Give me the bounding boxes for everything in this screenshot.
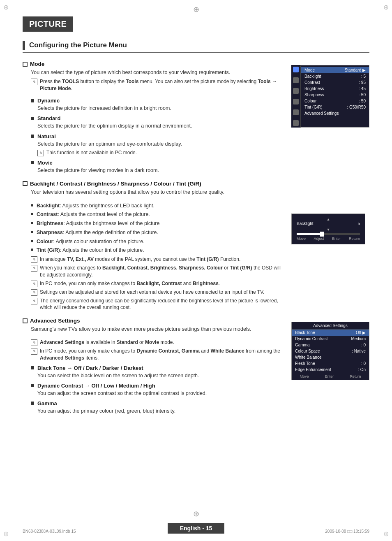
- bullet-brightness: Brightness: Adjusts the brightness level…: [31, 220, 283, 228]
- bullet-text-tint: Tint (G/R): Adjusts the colour tint of t…: [37, 246, 144, 254]
- standard-heading: Standard: [37, 115, 60, 121]
- bullet-dot-sharpness: [31, 231, 33, 233]
- note-icon-adv-avail: ✎: [31, 339, 37, 346]
- note-icon-tint-pal: ✎: [31, 256, 37, 263]
- mode-main: Mode You can select the type of picture …: [23, 61, 283, 177]
- note-icon-natural: ✎: [37, 150, 44, 156]
- adv-nav-return: Return: [350, 374, 361, 378]
- tv-menu-contrast: Contrast : 95: [301, 79, 369, 86]
- note-pc-mode: ✎ In PC mode, you can only make changes …: [31, 280, 283, 287]
- tv-menu-colour-label: Colour: [304, 99, 316, 103]
- adv-row-edge: Edge Enhancement : On: [292, 367, 369, 373]
- backlight-slider-track[interactable]: [297, 233, 360, 235]
- tv-menu-brightness-label: Brightness: [304, 86, 324, 91]
- adv-colour-space-label: Colour Space: [295, 349, 320, 353]
- bullet-colour: Colour: Adjusts colour saturation of the…: [31, 238, 283, 246]
- crosshair-bottom: ⊕: [193, 509, 199, 518]
- tv-menu-colour-val: : 50: [359, 99, 366, 103]
- tv-icon-5: [293, 109, 299, 115]
- standard-desc: Selects the picture for the optimum disp…: [37, 122, 283, 130]
- backlight-widget: ▲ Backlight 5 ▼ Move Adjust Enter Return: [291, 214, 369, 244]
- bullet-dot-backlight: [31, 204, 33, 207]
- note-osd-adjust: ✎ When you make changes to Backlight, Co…: [31, 265, 283, 279]
- note-icon-adv-pc: ✎: [31, 348, 37, 355]
- bullet-dot-contrast: [31, 213, 33, 215]
- tv-menu-sharpness: Sharpness : 50: [301, 92, 369, 98]
- backlight-widget-value: 5: [357, 221, 360, 226]
- backlight-slider-thumb: [320, 232, 324, 237]
- advanced-section: Advanced Settings Samsung's new TVs allo…: [23, 318, 369, 418]
- dynamic-heading-row: Dynamic: [31, 98, 283, 104]
- black-tone-heading: Black Tone → Off / Dark / Darker / Darke…: [37, 365, 143, 371]
- note-text-osd: When you make changes to Backlight, Cont…: [40, 265, 283, 279]
- adv-row-dynamic-contrast: Dynamic Contrast Medium: [292, 336, 369, 342]
- note-icon-pc: ✎: [31, 281, 37, 287]
- movie-desc: Selects the picture for viewing movies i…: [37, 167, 283, 174]
- adv-settings-widget: Advanced Settings Black Tone Off ▶ Dynam…: [291, 322, 369, 380]
- adv-edge-val: : On: [358, 367, 366, 372]
- nav-adjust: Adjust: [314, 237, 324, 241]
- movie-heading-row: Movie: [31, 160, 283, 166]
- backlight-checkbox-icon: [23, 181, 28, 186]
- dynamic-sub: Dynamic Selects the picture for increase…: [31, 98, 283, 112]
- tv-menu-backlight: Backlight : 5: [301, 73, 369, 79]
- gamma-sub: Gamma You can adjust the primary colour …: [31, 400, 283, 415]
- backlight-section: Backlight / Contrast / Brightness / Shar…: [23, 181, 369, 311]
- natural-heading-row: Natural: [31, 133, 283, 139]
- footer-file-left: BN68-02388A-03L09.indb 15: [23, 529, 76, 534]
- footer-text: English - 15: [168, 523, 225, 534]
- nav-return: Return: [349, 237, 360, 241]
- mode-heading-row: Mode: [23, 61, 283, 67]
- backlight-bullet-list: Backlight: Adjusts the brightness of LED…: [31, 202, 283, 255]
- dynamic-heading: Dynamic: [37, 98, 60, 104]
- adv-settings-box: Advanced Settings Black Tone Off ▶ Dynam…: [291, 322, 369, 380]
- backlight-widget-label: Backlight: [297, 221, 314, 226]
- note-text-pc: In PC mode, you can only make changes to…: [40, 280, 220, 287]
- adv-white-balance-label: White Balance: [295, 355, 321, 360]
- backlight-slider-fill: [297, 233, 322, 235]
- tv-icon-4: [293, 99, 299, 104]
- backlight-widget-row: Backlight 5: [297, 221, 360, 226]
- adv-flesh-tone-label: Flesh Tone: [295, 361, 315, 366]
- note-text-adv-avail: Advanced Settings is available in Standa…: [40, 339, 174, 346]
- natural-heading: Natural: [37, 133, 56, 139]
- adv-dynamic-contrast-val: Medium: [351, 337, 366, 341]
- corner-tr: ⊕: [383, 3, 389, 11]
- black-tone-bullet: [31, 366, 34, 369]
- tv-icon-3: [293, 88, 299, 94]
- backlight-heading: Backlight / Contrast / Brightness / Shar…: [30, 181, 201, 187]
- note-icon-osd: ✎: [31, 265, 37, 272]
- movie-bullet: [31, 161, 34, 164]
- adv-nav-enter: Enter: [325, 374, 334, 378]
- tv-menu-mode-value: Standard ▶: [345, 68, 366, 72]
- gamma-desc: You can adjust the primary colour (red, …: [37, 407, 283, 415]
- adv-black-tone-label: Black Tone: [295, 330, 315, 335]
- mode-checkbox-icon: [23, 62, 28, 67]
- gamma-bullet: [31, 402, 34, 405]
- movie-sub: Movie Selects the picture for viewing mo…: [31, 160, 283, 174]
- tv-menu-sharpness-label: Sharpness: [304, 93, 324, 97]
- adv-edge-label: Edge Enhancement: [295, 367, 331, 372]
- natural-note-text: This function is not available in PC mod…: [46, 149, 137, 156]
- page-title: PICTURE: [23, 16, 73, 32]
- gamma-heading-row: Gamma: [31, 400, 283, 406]
- note-text-stored: Settings can be adjusted and stored for …: [40, 289, 264, 296]
- mode-heading: Mode: [30, 61, 44, 67]
- mode-note-row: ✎ Press the TOOLS button to display the …: [31, 78, 283, 92]
- black-tone-desc: You can select the black level on the sc…: [37, 372, 283, 379]
- standard-bullet: [31, 117, 34, 120]
- tv-menu-tint: Tint (G/R) : G50/R50: [301, 104, 369, 110]
- backlight-description: Your television has several setting opti…: [31, 188, 283, 196]
- movie-heading: Movie: [37, 160, 53, 166]
- adv-row-white-balance: White Balance: [292, 354, 369, 360]
- standard-sub: Standard Selects the picture for the opt…: [31, 115, 283, 130]
- adv-settings-title: Advanced Settings: [292, 322, 369, 330]
- bullet-backlight: Backlight: Adjusts the brightness of LED…: [31, 202, 283, 210]
- dynamic-contrast-bullet: [31, 384, 34, 387]
- tv-icon-1: [293, 67, 299, 72]
- tv-menu-tint-val: : G50/R50: [347, 105, 366, 109]
- advanced-checkbox-icon: [23, 318, 28, 323]
- bullet-text-contrast: Contrast: Adjusts the contrast level of …: [37, 211, 150, 218]
- backlight-nav: Move Adjust Enter Return: [297, 237, 360, 241]
- note-adv-pc: ✎ In PC mode, you can only make changes …: [31, 348, 283, 362]
